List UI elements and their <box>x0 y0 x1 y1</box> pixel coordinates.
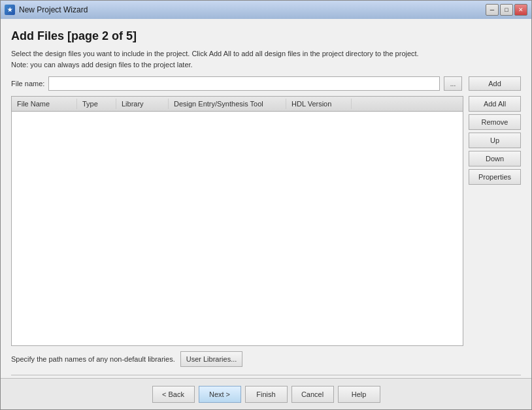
file-name-label: File name: <box>11 80 44 87</box>
main-area: File Name Type Library Design Entry/Synt… <box>11 96 521 346</box>
add-button[interactable]: Add <box>469 76 521 91</box>
properties-button[interactable]: Properties <box>469 169 521 185</box>
window-title: New Project Wizard <box>19 5 482 14</box>
title-bar: ★ New Project Wizard ─ □ ✕ <box>1 1 531 19</box>
back-button[interactable]: < Back <box>152 386 195 403</box>
browse-button[interactable]: ... <box>444 76 462 91</box>
description-line1: Select the design files you want to incl… <box>11 48 521 59</box>
files-table: File Name Type Library Design Entry/Synt… <box>11 96 463 346</box>
remove-button[interactable]: Remove <box>469 114 521 130</box>
help-button[interactable]: Help <box>338 386 380 403</box>
col-header-filename: File Name <box>12 99 77 109</box>
col-header-library: Library <box>116 99 169 109</box>
app-icon: ★ <box>5 5 15 15</box>
file-name-input[interactable] <box>48 76 440 91</box>
page-title: Add Files [page 2 of 5] <box>11 29 521 43</box>
file-name-row: File name: ... Add <box>11 76 521 91</box>
maximize-button[interactable]: □ <box>500 4 513 16</box>
up-button[interactable]: Up <box>469 133 521 148</box>
description: Select the design files you want to incl… <box>11 48 521 70</box>
footer-note-text: Specify the path names of any non-defaul… <box>11 355 175 363</box>
finish-button[interactable]: Finish <box>245 386 288 403</box>
side-buttons: Add All Remove Up Down Properties <box>469 96 521 346</box>
description-line2: Note: you can always add design files to… <box>11 59 521 71</box>
next-button[interactable]: Next > <box>199 386 241 403</box>
footer-note: Specify the path names of any non-defaul… <box>11 346 521 372</box>
table-body <box>12 112 463 345</box>
close-button[interactable]: ✕ <box>514 4 527 16</box>
minimize-button[interactable]: ─ <box>486 4 499 16</box>
dialog-content: Add Files [page 2 of 5] Select the desig… <box>1 19 531 378</box>
main-window: ★ New Project Wizard ─ □ ✕ Add Files [pa… <box>0 0 532 410</box>
down-button[interactable]: Down <box>469 151 521 166</box>
add-all-button[interactable]: Add All <box>469 96 521 112</box>
col-header-hdl: HDL Version <box>286 99 352 109</box>
table-header: File Name Type Library Design Entry/Synt… <box>12 97 463 112</box>
user-libraries-button[interactable]: User Libraries... <box>180 351 243 367</box>
window-controls: ─ □ ✕ <box>486 4 527 16</box>
col-header-design: Design Entry/Synthesis Tool <box>169 99 286 109</box>
cancel-button[interactable]: Cancel <box>291 386 334 403</box>
separator <box>11 375 521 375</box>
col-header-type: Type <box>77 99 116 109</box>
bottom-bar: < Back Next > Finish Cancel Help <box>1 378 531 409</box>
